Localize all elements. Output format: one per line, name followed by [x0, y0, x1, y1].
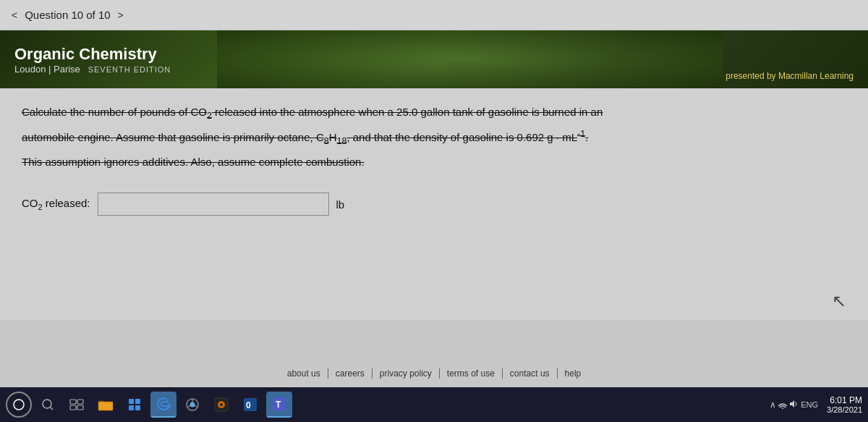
system-tray: ∧ ENG 6:01 PM 3/28/2021	[765, 395, 862, 414]
question-content-area: Calculate the number of pounds of CO2 re…	[0, 88, 868, 320]
next-question-button[interactable]: >	[118, 9, 124, 21]
notification-area: ∧ ENG	[765, 399, 822, 411]
speaker-icon[interactable]	[789, 399, 799, 411]
co2-released-label: CO2 released:	[22, 197, 90, 211]
taskbar-clock[interactable]: 6:01 PM 3/28/2021	[827, 395, 862, 414]
svg-point-24	[782, 408, 783, 409]
footer-terms-of-use[interactable]: terms of use	[440, 368, 503, 379]
svg-rect-10	[129, 405, 134, 410]
svg-rect-9	[135, 399, 140, 404]
svg-rect-5	[70, 405, 76, 410]
taskbar-icon-group: 0 T	[35, 392, 765, 418]
svg-point-19	[220, 403, 223, 406]
network-icon[interactable]	[778, 399, 788, 411]
edition-text: SEVENTH EDITION	[88, 65, 171, 74]
question-text-line1: Calculate the number of pounds of CO2 re…	[22, 106, 603, 118]
task-view-button[interactable]	[64, 392, 90, 418]
svg-rect-7	[98, 402, 113, 410]
start-button[interactable]	[6, 392, 32, 418]
footer-careers[interactable]: careers	[328, 368, 373, 379]
language-label[interactable]: ENG	[801, 400, 818, 409]
svg-rect-25	[790, 402, 792, 405]
svg-point-0	[14, 400, 24, 410]
book-title: Organic Chemistry	[14, 45, 171, 64]
svg-rect-11	[135, 405, 140, 410]
clock-time: 6:01 PM	[827, 395, 862, 405]
svg-rect-3	[70, 400, 76, 404]
svg-rect-6	[77, 405, 83, 410]
question-line-1: Calculate the number of pounds of CO2 re…	[22, 103, 846, 124]
chrome-browser-button[interactable]	[179, 392, 205, 418]
teams-button[interactable]: T	[266, 392, 292, 418]
answer-input-row: CO2 released: lb	[22, 193, 846, 216]
svg-text:T: T	[276, 400, 281, 410]
question-text: Calculate the number of pounds of CO2 re…	[22, 103, 846, 171]
question-navigation: < Question 10 of 10 >	[0, 0, 868, 30]
svg-point-1	[43, 400, 51, 408]
unit-label: lb	[336, 198, 345, 211]
windows-taskbar: 0 T ∧	[0, 387, 868, 422]
file-explorer-button[interactable]	[93, 392, 119, 418]
apps-grid-button[interactable]	[122, 392, 148, 418]
app-icon-1[interactable]: 0	[237, 392, 263, 418]
question-line-2: automobile engine. Assume that gasoline …	[22, 127, 846, 149]
footer-links: about us careers privacy policy terms of…	[0, 363, 868, 384]
svg-line-2	[51, 408, 54, 410]
media-player-button[interactable]	[208, 392, 234, 418]
authors-text: Loudon | Parise	[14, 64, 80, 75]
co2-answer-input[interactable]	[98, 193, 329, 216]
publisher-text: presented by Macmillan Learning	[726, 71, 854, 81]
forest-image-overlay	[217, 30, 723, 88]
svg-rect-4	[77, 400, 83, 404]
svg-rect-8	[129, 399, 134, 404]
book-authors-edition: Loudon | Parise SEVENTH EDITION	[14, 64, 171, 75]
clock-date: 3/28/2021	[827, 405, 862, 414]
footer-privacy-policy[interactable]: privacy policy	[373, 368, 440, 379]
question-line-3: This assumption ignores additives. Also,…	[22, 153, 846, 172]
svg-point-13	[190, 402, 195, 408]
edge-browser-button[interactable]	[150, 392, 176, 418]
cursor-pointer: ↖	[832, 291, 846, 311]
book-header-banner: Organic Chemistry Loudon | Parise SEVENT…	[0, 30, 868, 88]
svg-text:0: 0	[246, 400, 251, 410]
prev-question-button[interactable]: <	[12, 9, 17, 21]
question-text-line2: automobile engine. Assume that gasoline …	[22, 131, 588, 143]
question-text-line3: This assumption ignores additives. Also,…	[22, 156, 365, 168]
footer-contact-us[interactable]: contact us	[503, 368, 558, 379]
footer-help[interactable]: help	[558, 368, 589, 379]
search-button[interactable]	[35, 392, 61, 418]
question-counter: Question 10 of 10	[25, 9, 110, 21]
footer-about-us[interactable]: about us	[280, 368, 328, 379]
chevron-up-icon[interactable]: ∧	[770, 400, 776, 410]
book-info: Organic Chemistry Loudon | Parise SEVENT…	[14, 45, 171, 75]
